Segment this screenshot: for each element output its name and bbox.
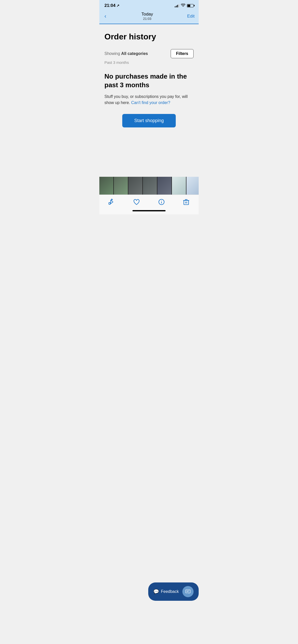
status-bar: 21:04 ↗ xyxy=(99,0,199,10)
svg-point-6 xyxy=(161,201,161,201)
photo-thumb-6[interactable] xyxy=(172,177,186,195)
edit-button[interactable]: Edit xyxy=(187,14,195,19)
empty-state-description: Stuff you buy, or subscriptions you pay … xyxy=(104,94,194,106)
filter-row: Showing All categories Filters xyxy=(104,49,194,58)
home-indicator xyxy=(99,208,199,214)
nav-subtitle: 21:03 xyxy=(141,17,153,21)
photo-strip[interactable] xyxy=(99,177,199,195)
photo-thumb-4[interactable] xyxy=(143,177,157,195)
favorite-button[interactable] xyxy=(133,198,140,206)
photo-thumb-5[interactable] xyxy=(157,177,171,195)
start-shopping-button[interactable]: Start shopping xyxy=(122,114,176,127)
showing-text: Showing All categories xyxy=(104,51,148,56)
date-range: Past 3 months xyxy=(104,60,194,65)
empty-state-title: No purchases made in the past 3 months xyxy=(104,72,194,90)
battery-icon xyxy=(187,4,194,7)
cant-find-link[interactable]: Can't find your order? xyxy=(131,100,170,105)
status-time: 21:04 ↗ xyxy=(104,3,119,8)
back-button[interactable]: ‹ xyxy=(103,12,107,21)
nav-title: Today xyxy=(141,12,153,17)
signal-icon xyxy=(175,4,179,7)
bottom-toolbar xyxy=(99,195,199,208)
delete-button[interactable] xyxy=(183,198,190,206)
photo-thumb-2[interactable] xyxy=(114,177,128,195)
photo-thumb-7[interactable] xyxy=(186,177,199,195)
info-button[interactable] xyxy=(158,198,165,206)
location-icon: ↗ xyxy=(116,4,119,8)
svg-rect-3 xyxy=(109,202,110,204)
status-icons xyxy=(175,4,194,8)
nav-title-block: Today 21:03 xyxy=(141,12,153,21)
share-button[interactable] xyxy=(108,198,115,206)
svg-rect-7 xyxy=(184,200,189,204)
page-title: Order history xyxy=(104,32,194,41)
empty-state: No purchases made in the past 3 months S… xyxy=(104,72,194,127)
main-content: Order history Showing All categories Fil… xyxy=(99,24,199,177)
home-bar xyxy=(132,210,166,211)
filters-button[interactable]: Filters xyxy=(171,49,194,58)
photo-thumb-1[interactable] xyxy=(99,177,113,195)
nav-bar: ‹ Today 21:03 Edit xyxy=(99,10,199,24)
wifi-icon xyxy=(181,4,185,8)
photo-thumb-3[interactable] xyxy=(128,177,142,195)
